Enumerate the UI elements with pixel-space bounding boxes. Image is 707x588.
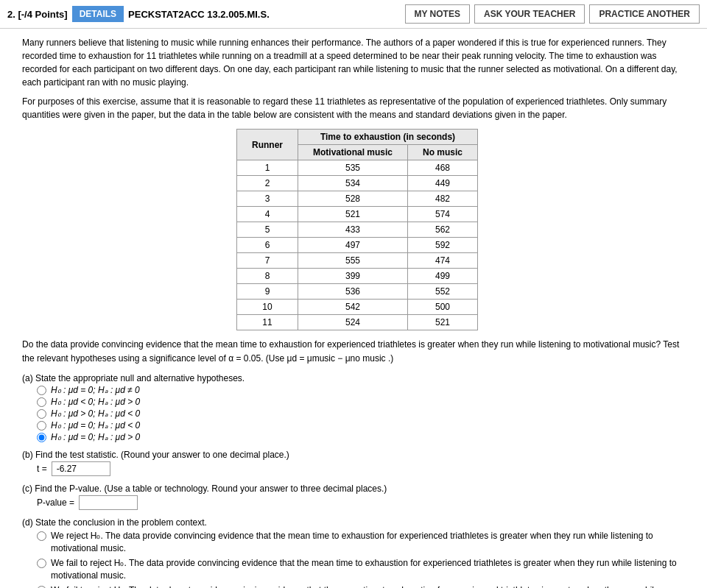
col-runner-header: Runner [236, 130, 298, 160]
part-c-prefix: P-value = [37, 497, 74, 508]
top-bar-right: MY NOTES ASK YOUR TEACHER PRACTICE ANOTH… [405, 4, 700, 24]
table-row: 6 497 592 [236, 238, 477, 253]
table-row: 9 536 552 [236, 284, 477, 300]
part-a-radio-3[interactable] [37, 409, 46, 419]
part-d-label-1: We reject H₀. The data provide convincin… [51, 530, 692, 555]
cell-music: 399 [298, 269, 407, 284]
cell-music: 521 [298, 207, 407, 222]
cell-nomusic: 592 [408, 238, 478, 253]
cell-nomusic: 552 [408, 284, 478, 300]
cell-nomusic: 449 [408, 176, 478, 191]
part-c-answer-row: P-value = [37, 495, 692, 510]
part-d-option-2: We fail to reject H₀. The data provide c… [37, 557, 692, 582]
part-a-option-1: H₀ : μd = 0; Hₐ : μd ≠ 0 [37, 385, 692, 395]
top-bar-left: 2. [-/4 Points] DETAILS PECKSTAT2ACC 13.… [7, 6, 399, 22]
cell-nomusic: 521 [408, 315, 478, 330]
part-a-label-1: H₀ : μd = 0; Hₐ : μd ≠ 0 [51, 385, 140, 395]
part-d-label-3: We fail to reject H₀. The data do not pr… [51, 584, 692, 588]
part-a-option-3: H₀ : μd > 0; Hₐ : μd < 0 [37, 408, 692, 419]
details-button[interactable]: DETAILS [72, 6, 124, 22]
col-time-header: Time to exhaustion (in seconds) [298, 130, 477, 145]
table-row: 4 521 574 [236, 207, 477, 222]
part-a-label-4: H₀ : μd = 0; Hₐ : μd < 0 [51, 420, 140, 431]
part-a-radio-4[interactable] [37, 421, 46, 431]
intro-para2: For purposes of this exercise, assume th… [22, 95, 692, 121]
cell-runner: 1 [236, 160, 298, 176]
question-number: 2. [-/4 Points] [7, 9, 68, 20]
cell-runner: 5 [236, 222, 298, 238]
top-bar: 2. [-/4 Points] DETAILS PECKSTAT2ACC 13.… [0, 0, 707, 29]
part-a-options: H₀ : μd = 0; Hₐ : μd ≠ 0H₀ : μd < 0; Hₐ … [37, 385, 692, 442]
part-a-option-2: H₀ : μd < 0; Hₐ : μd > 0 [37, 397, 692, 407]
part-d-option-3: We fail to reject H₀. The data do not pr… [37, 584, 692, 588]
table-row: 2 534 449 [236, 176, 477, 191]
cell-runner: 11 [236, 315, 298, 330]
cell-music: 542 [298, 300, 407, 315]
main-question-text: Do the data provide convincing evidence … [22, 338, 692, 366]
cell-music: 555 [298, 253, 407, 269]
part-a-label-3: H₀ : μd > 0; Hₐ : μd < 0 [51, 408, 140, 419]
part-c-label: (c) Find the P-value. (Use a table or te… [22, 483, 692, 494]
cell-nomusic: 482 [408, 191, 478, 207]
my-notes-button[interactable]: MY NOTES [405, 4, 470, 24]
part-b-section: (b) Find the test statistic. (Round your… [22, 450, 692, 476]
cell-runner: 4 [236, 207, 298, 222]
cell-runner: 3 [236, 191, 298, 207]
table-row: 7 555 474 [236, 253, 477, 269]
practice-another-button[interactable]: PRACTICE ANOTHER [589, 4, 700, 24]
part-a-radio-2[interactable] [37, 397, 46, 407]
part-d-label-2: We fail to reject H₀. The data provide c… [51, 557, 692, 582]
part-d-label: (d) State the conclusion in the problem … [22, 517, 692, 528]
part-a-label-5: H₀ : μd = 0; Hₐ : μd > 0 [51, 432, 140, 442]
col-nomusic-header: No music [408, 145, 478, 160]
table-row: 8 399 499 [236, 269, 477, 284]
cell-music: 528 [298, 191, 407, 207]
part-c-section: (c) Find the P-value. (Use a table or te… [22, 483, 692, 510]
table-row: 3 528 482 [236, 191, 477, 207]
cell-music: 524 [298, 315, 407, 330]
ask-teacher-button[interactable]: ASK YOUR TEACHER [474, 4, 585, 24]
part-b-prefix: t = [37, 464, 47, 474]
part-b-input[interactable] [52, 461, 110, 476]
table-row: 10 542 500 [236, 300, 477, 315]
cell-nomusic: 474 [408, 253, 478, 269]
cell-music: 497 [298, 238, 407, 253]
part-a-option-4: H₀ : μd = 0; Hₐ : μd < 0 [37, 420, 692, 431]
table-row: 11 524 521 [236, 315, 477, 330]
part-d-option-1: We reject H₀. The data provide convincin… [37, 530, 692, 555]
table-row: 5 433 562 [236, 222, 477, 238]
cell-nomusic: 574 [408, 207, 478, 222]
cell-runner: 7 [236, 253, 298, 269]
cell-nomusic: 562 [408, 222, 478, 238]
cell-nomusic: 500 [408, 300, 478, 315]
part-a-option-5: H₀ : μd = 0; Hₐ : μd > 0 [37, 432, 692, 442]
part-d-radio-2[interactable] [37, 559, 46, 568]
part-b-answer-row: t = [37, 461, 692, 476]
part-c-input[interactable] [79, 495, 138, 510]
cell-music: 433 [298, 222, 407, 238]
cell-runner: 10 [236, 300, 298, 315]
table-row: 1 535 468 [236, 160, 477, 176]
cell-runner: 6 [236, 238, 298, 253]
part-d-options: We reject H₀. The data provide convincin… [37, 530, 692, 588]
problem-container: Many runners believe that listening to m… [15, 36, 692, 588]
part-a-radio-1[interactable] [37, 386, 46, 395]
col-music-header: Motivational music [298, 145, 407, 160]
cell-music: 534 [298, 176, 407, 191]
cell-nomusic: 499 [408, 269, 478, 284]
cell-music: 536 [298, 284, 407, 300]
part-b-label: (b) Find the test statistic. (Round your… [22, 450, 692, 460]
part-d-section: (d) State the conclusion in the problem … [22, 517, 692, 588]
part-a-section: (a) State the appropriate null and alter… [22, 373, 692, 442]
cell-runner: 8 [236, 269, 298, 284]
part-a-label-2: H₀ : μd < 0; Hₐ : μd > 0 [51, 397, 140, 407]
part-d-radio-3[interactable] [37, 586, 46, 588]
intro-para1: Many runners believe that listening to m… [22, 36, 692, 89]
cell-music: 535 [298, 160, 407, 176]
data-table: Runner Time to exhaustion (in seconds) M… [236, 129, 478, 330]
cell-runner: 2 [236, 176, 298, 191]
part-a-radio-5[interactable] [37, 433, 46, 442]
cell-nomusic: 468 [408, 160, 478, 176]
part-d-radio-1[interactable] [37, 531, 46, 541]
question-code: PECKSTAT2ACC 13.2.005.MI.S. [128, 9, 270, 20]
